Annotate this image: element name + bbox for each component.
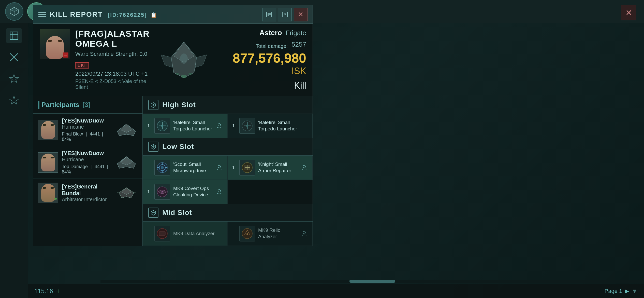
pilot-icon-cloak [216,189,222,195]
svg-line-28 [116,131,117,131]
low-slot-item-1-name: 'Scout' Small Microwarpdrive [173,161,213,174]
participant-item-1[interactable]: [YES]NuwDuow Hurricane Final Blow | 4441… [33,114,142,146]
dialog-close-button[interactable]: ✕ [294,8,308,21]
participant-ship-3: Arbitrator Interdictor [62,197,111,202]
dialog-menu-icon[interactable] [38,12,46,17]
victim-warp-scramble: Warp Scramble Strength: 0.0 [75,51,150,57]
high-slot-items: 1 'Balefire' Small Torpedo Launcher [143,114,313,138]
data-analyzer-icon [156,227,168,240]
copy-icon[interactable]: 📋 [151,12,157,18]
next-page-button[interactable]: ▶ [625,288,629,294]
svg-line-29 [136,131,137,131]
total-damage-row: Total damage: 5257 [218,39,306,49]
ship-name-display: Astero Frigate [218,29,306,37]
low-slot-item-3-pilot [216,188,223,195]
kill-location: P3EN-E < Z-D053 < Vale of the Silent [75,78,150,90]
kill-info-header: — [FRAG]ALASTAR OMEGA L Warp Scramble St… [33,24,313,96]
participant-details-1: [YES]NuwDuow Hurricane Final Blow | 4441… [62,117,111,142]
kill-red-badge: — [63,52,68,58]
svg-point-42 [218,124,221,126]
high-slot-item-2-icon [239,118,255,134]
svg-point-73 [246,233,248,235]
mid-slot-item-1-icon [154,226,170,241]
low-slot-item-1[interactable]: 'Scout' Small Microwarpdrive [143,156,228,180]
kill-stats-right: Astero Frigate Total damage: 5257 877,57… [218,29,306,91]
low-slot-item-1-icon [154,160,170,175]
export-button[interactable] [278,8,292,21]
low-slot-item-3-icon [154,184,170,200]
bottom-value: 115.16 [34,288,53,295]
main-panels: Participants [3] [YES]NuwDuow Hurricane … [33,96,313,246]
high-slot-item-2[interactable]: 1 'Balefire' Small Torpedo Launcher [228,114,313,138]
pilot-icon-relic [301,231,307,236]
participant-item-2[interactable]: [YES]NuwDuow Hurricane Top Damage | 4441… [33,146,142,179]
low-slot-items: 'Scout' Small Microwarpdrive 1 [143,156,313,204]
high-slot-item-2-name: 'Balefire' Small Torpedo Launcher [258,119,308,132]
svg-point-24 [176,73,179,75]
low-slot-item-3-name: MK9 Covert Ops Cloaking Device [173,185,213,198]
svg-marker-9 [9,74,19,83]
mid-slot-header: Mid Slot [143,204,313,222]
svg-point-64 [162,191,163,192]
svg-marker-1 [10,7,18,11]
bottom-plus-button[interactable]: + [56,287,60,295]
shield-down-icon [151,144,156,150]
dialog-header: KILL REPORT [ID:7626225] 📋 [33,5,313,24]
low-slot-item-2[interactable]: 1 'Knight' Small Armor Repairer [228,156,313,180]
low-slot-item-2-pilot [301,164,308,171]
svg-point-23 [181,75,187,78]
svg-rect-68 [159,232,165,236]
high-slot-header: High Slot [143,96,313,114]
dialog-scrollbar-thumb[interactable] [349,280,395,283]
participant-stat-2: Top Damage | 4441 | 84% [62,164,111,175]
nav-cube-button[interactable] [5,2,23,21]
kill-badge: 1 Kill [75,62,89,69]
cube-icon [9,7,19,16]
svg-marker-10 [9,96,19,104]
notes-button[interactable] [262,8,276,21]
dialog-title-id: [ID:7626225] [108,12,147,18]
low-slot-item-3[interactable]: 1 MK9 Covert Ops Cloaking Device [143,180,228,204]
svg-line-35 [134,192,136,193]
mid-slot-item-1-name: MK9 Data Analyzer [173,231,223,237]
biocorp-icon [9,31,19,41]
participant-ship-img-1 [115,123,138,137]
high-slot-item-2-count: 1 [232,123,236,129]
participant-details-3: [YES]General Bundai Arbitrator Interdict… [62,183,111,202]
kill-report-dialog: KILL REPORT [ID:7626225] 📋 [33,5,313,246]
participant-avatar-1 [38,120,58,140]
mid-slot-item-2[interactable]: MK9 Relic Analyzer [228,222,313,246]
participant-ship-1: Hurricane [62,124,111,130]
pilot-icon-armor [301,165,307,170]
sidebar-icon-biocorp[interactable] [6,28,22,43]
participant-name-1: [YES]NuwDuow [62,117,111,124]
ship-image-area [150,29,218,91]
svg-point-25 [188,73,192,75]
low-slot-item-2-icon [239,160,255,175]
bottom-bar: 115.16 + Page 1 ▶ ▼ [28,284,644,298]
hurricane-ship-icon-2 [116,156,137,169]
isk-value-row: 877,576,980 ISK [218,50,306,76]
empire-icon [9,96,19,106]
mid-slot-item-2-pilot [301,230,308,237]
low-slot-header: Low Slot [143,138,313,156]
victim-avatar: — [40,29,70,59]
mid-slot-item-1[interactable]: MK9 Data Analyzer [143,222,228,246]
low-slot-item-3-count: 1 [147,189,151,195]
sidebar-icon-combat[interactable] [6,50,22,65]
dialog-scrollbar-track[interactable] [100,280,644,283]
sidebar-icon-empire[interactable] [6,93,22,108]
high-slot-item-1[interactable]: 1 'Balefire' Small Torpedo Launcher [143,114,228,138]
high-slot-title: High Slot [162,101,196,109]
filter-button[interactable]: ▼ [632,288,638,295]
bottom-left: 115.16 + [34,287,60,295]
medals-icon [9,74,19,84]
mid-slot-item-2-icon [239,226,255,241]
app-close-button[interactable]: ✕ [621,5,636,20]
svg-point-22 [180,53,188,64]
participant-item-3[interactable]: ★ [YES]General Bundai Arbitrator Interdi… [33,179,142,207]
export-icon [282,11,288,18]
participant-stat-1: Final Blow | 4441 | 84% [62,131,111,142]
sidebar-icon-medals[interactable] [6,71,22,87]
participant-avatar-3: ★ [38,183,58,203]
